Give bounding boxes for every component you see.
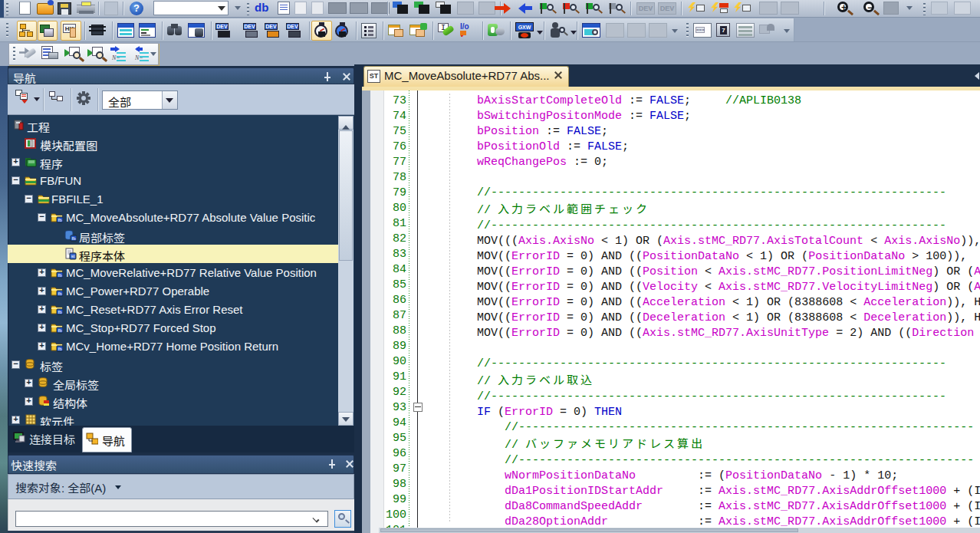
svg-text:st: st (71, 254, 75, 258)
svg-text:fb: fb (58, 273, 62, 278)
svg-text:fb: fb (71, 236, 76, 241)
svg-text:fb: fb (58, 218, 62, 222)
svg-text:fb: fb (58, 347, 62, 351)
svg-text:fb: fb (58, 291, 62, 296)
svg-text:fb: fb (58, 310, 62, 314)
svg-text:fb: fb (58, 328, 62, 333)
